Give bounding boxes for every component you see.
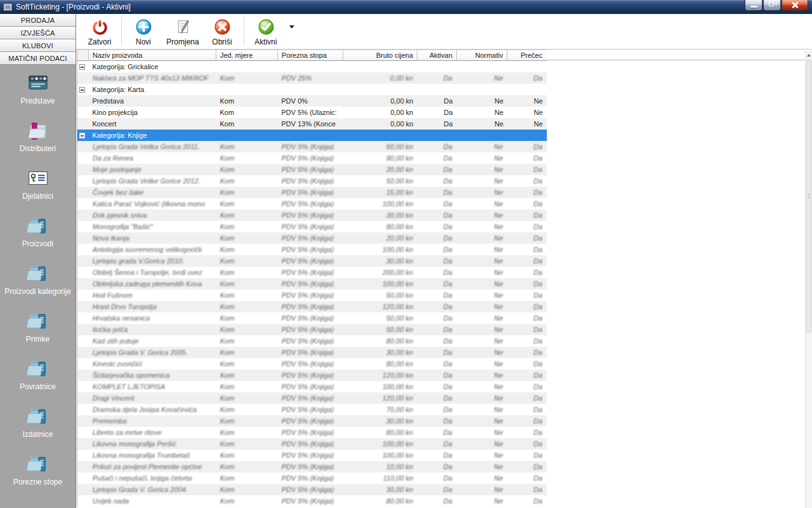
product-row[interactable]: Pušači i nepušači, knjiga četvrtaKomPDV … bbox=[77, 472, 547, 484]
product-row[interactable]: KOMPLET LJETOPISAKomPDV 5% (Knjiga)100,0… bbox=[77, 381, 547, 392]
shows-icon bbox=[26, 70, 50, 95]
product-row[interactable]: Obitelj Šenoa i Turopolje, tvrdi uvezKom… bbox=[77, 267, 547, 278]
product-row[interactable]: Kino projekcijaKomPDV 5% (Ulaznic:0,00 k… bbox=[77, 107, 547, 118]
tax-cell: PDV 5% (Knjiga) bbox=[278, 175, 343, 187]
column-header-aktivan[interactable]: Aktivan bbox=[417, 50, 457, 61]
tax-cell: PDV 5% (Knjiga) bbox=[278, 198, 343, 210]
category-row-selected[interactable]: Kategorija: Knjige bbox=[77, 130, 547, 141]
product-row[interactable]: Uvijek nadaKomPDV 5% (Knjiga)80,00 knDaN… bbox=[77, 495, 547, 507]
product-row[interactable]: Ljetopis grada V.Gorica 2010.KomPDV 5% (… bbox=[77, 255, 547, 267]
row-gutter bbox=[77, 232, 89, 244]
product-row[interactable]: Hod FušnomKomPDV 5% (Knjiga)50,00 knDaNe… bbox=[77, 290, 547, 301]
column-header-naziv[interactable]: Naziv proizvoda bbox=[89, 50, 216, 61]
sidebar-item-povratnice[interactable]: Povratnice bbox=[0, 356, 75, 404]
product-row[interactable]: Likovna monografija TrumbetašKomPDV 5% (… bbox=[77, 450, 547, 461]
product-row[interactable]: Likovna monografija PeršićKomPDV 5% (Knj… bbox=[77, 438, 547, 450]
vertical-scrollbar[interactable] bbox=[805, 51, 812, 508]
collapse-minus-icon[interactable] bbox=[79, 87, 85, 93]
tax-cell: PDV 5% (Knjiga) bbox=[278, 450, 343, 461]
tax-cell: PDV 5% (Knjiga) bbox=[278, 495, 343, 507]
main-panel: Zatvori Novi Promjena Obriši Aktivni bbox=[76, 14, 812, 508]
scroll-up-icon[interactable] bbox=[806, 52, 812, 58]
sidebar-item-proizvodi[interactable]: Proizvodi bbox=[0, 213, 75, 261]
column-header-jed-mjere[interactable]: Jed. mjere bbox=[216, 50, 278, 61]
sidebar-item-predstave[interactable]: Predstave bbox=[0, 70, 75, 118]
sidebar-item-porezne-stope[interactable]: Porezne stope bbox=[0, 451, 75, 499]
product-row[interactable]: Obiteljska zadruga plemenitih KovaKomPDV… bbox=[77, 278, 547, 290]
folder-docs-icon bbox=[26, 261, 50, 285]
product-row[interactable]: Iločka pričaKomPDV 5% (Knjiga)50,00 knDa… bbox=[77, 324, 547, 335]
product-row[interactable]: Naklara za MOP TTS 40x13 MIKROFKomPDV 25… bbox=[77, 72, 547, 84]
sidebar-item-izdatnice[interactable]: Izdatnice bbox=[0, 404, 75, 451]
product-row[interactable]: Kad stih putujeKomPDV 5% (Knjiga)80,00 k… bbox=[77, 335, 547, 347]
product-row[interactable]: Dragi VincentKomPDV 5% (Knjiga)120,00 kn… bbox=[77, 392, 547, 404]
scrollbar-thumb[interactable] bbox=[806, 60, 811, 333]
product-row[interactable]: PredstavaKomPDV 0%0,00 knDaNeNe bbox=[77, 95, 547, 107]
category-row[interactable]: Kategorija: Karta bbox=[77, 84, 547, 95]
price-cell: 30,00 kn bbox=[343, 415, 417, 427]
sidebar-section-prodaja[interactable]: PRODAJA bbox=[0, 14, 75, 27]
shortcut-cell: Da bbox=[508, 141, 547, 152]
column-header-porezna-stopa[interactable]: Porezna stopa bbox=[278, 50, 343, 61]
product-row[interactable]: Dok pjesnik snivaKomPDV 5% (Knjiga)30,00… bbox=[77, 210, 547, 221]
sidebar-item-proizvodi-kategorije[interactable]: Proizvodi kategorije bbox=[0, 261, 75, 309]
product-row[interactable]: Ljetopis Grada Velika Gorica 2011.KomPDV… bbox=[77, 141, 547, 152]
product-row[interactable]: Ljetopis Grada Velike Gorice 2012.KomPDV… bbox=[77, 175, 547, 187]
sidebar-section-klubovi[interactable]: KLUBOVI bbox=[0, 39, 75, 52]
product-row[interactable]: Antologija suvremenog velikogoričkKomPDV… bbox=[77, 244, 547, 255]
normativ-cell: Ne bbox=[457, 141, 508, 152]
normativ-cell: Ne bbox=[457, 427, 508, 438]
product-row[interactable]: Kineski zvončićiKomPDV 5% (Knjiga)80,00 … bbox=[77, 358, 547, 370]
active-cell: Da bbox=[417, 290, 457, 301]
column-header-normativ[interactable]: Normativ bbox=[457, 50, 508, 61]
product-table-area: Naziv proizvoda Jed. mjere Porezna stopa… bbox=[76, 50, 812, 508]
product-row[interactable]: Dramska djela Josipa KovačevićaKomPDV 5%… bbox=[77, 404, 547, 415]
folder-docs-icon bbox=[26, 404, 50, 428]
row-gutter bbox=[77, 312, 89, 324]
product-row[interactable]: Hrast Drvo TuropoljaKomPDV 5% (Knjiga)12… bbox=[77, 301, 547, 312]
product-row[interactable]: PremembaKomPDV 5% (Knjiga)30,00 knDaNeDa bbox=[77, 415, 547, 427]
product-row[interactable]: Da za ReneaKomPDV 5% (Knjiga)90,00 knDaN… bbox=[77, 152, 547, 164]
sidebar-section-izvjesca[interactable]: IZVJEŠĆA bbox=[0, 27, 75, 39]
product-row[interactable]: Libreto za mrtve ritoveKomPDV 5% (Knjiga… bbox=[77, 427, 547, 438]
column-header-precec[interactable]: Prečec bbox=[508, 50, 547, 61]
product-row[interactable]: Šćitarjevačka spomenicaKomPDV 5% (Knjiga… bbox=[77, 370, 547, 381]
product-row[interactable]: Ljetopis Grada V. Gorica 2004.KomPDV 5% … bbox=[77, 484, 547, 495]
product-row[interactable]: Hrvatska nesanicaKomPDV 5% (Knjiga)50,00… bbox=[77, 312, 547, 324]
collapse-minus-icon[interactable] bbox=[79, 64, 85, 70]
product-row[interactable]: Moje postojanjeKomPDV 5% (Knjiga)20,00 k… bbox=[77, 164, 547, 175]
toolbar-button-label: Novi bbox=[136, 37, 151, 46]
product-row[interactable]: Katica Parać Vojković (likovna monoKomPD… bbox=[77, 198, 547, 210]
sidebar-item-primke[interactable]: Primke bbox=[0, 309, 75, 356]
close-view-button[interactable]: Zatvori bbox=[80, 14, 119, 49]
normativ-cell: Ne bbox=[457, 312, 508, 324]
product-name-cell: Hrast Drvo Turopolja bbox=[89, 301, 216, 312]
category-row[interactable]: Kategorija: Grickalice bbox=[77, 61, 547, 72]
column-header-bruto-cijena[interactable]: Bruto cijena bbox=[343, 50, 417, 61]
edit-button[interactable]: Promjena bbox=[163, 14, 202, 49]
price-cell: 0,00 kn bbox=[343, 107, 417, 118]
product-row[interactable]: KoncertKomPDV 13% (Konce0,00 knDaNeNe bbox=[77, 118, 547, 130]
tax-cell: PDV 5% (Knjiga) bbox=[278, 415, 343, 427]
sidebar-item-distributeri[interactable]: Distributeri bbox=[0, 118, 75, 166]
normativ-cell: Ne bbox=[457, 370, 508, 381]
active-filter-dropdown[interactable] bbox=[285, 14, 298, 49]
product-row[interactable]: Nova tkanjaKomPDV 5% (Knjiga)20,00 knDaN… bbox=[77, 232, 547, 244]
product-row[interactable]: Prilozi za povijest Plemenite općineKomP… bbox=[77, 461, 547, 472]
collapse-minus-icon[interactable] bbox=[79, 133, 85, 138]
minimize-button[interactable] bbox=[745, 0, 763, 11]
normativ-cell: Ne bbox=[457, 198, 508, 210]
product-row[interactable]: Monografija "Bašić"KomPDV 5% (Knjiga)80,… bbox=[77, 221, 547, 232]
product-row[interactable]: Ljetopis Grada V. Gorica 2005.KomPDV 5% … bbox=[77, 347, 547, 358]
delete-button[interactable]: Obriši bbox=[202, 14, 242, 49]
close-button[interactable] bbox=[782, 0, 808, 11]
new-button[interactable]: Novi bbox=[124, 14, 163, 49]
active-cell: Da bbox=[417, 495, 457, 507]
shortcut-cell: Da bbox=[508, 381, 547, 392]
restore-button[interactable] bbox=[763, 0, 781, 11]
active-filter-button[interactable]: Aktivni bbox=[246, 14, 285, 49]
sidebar-item-djelatnici[interactable]: Djelatnici bbox=[0, 166, 75, 213]
product-row[interactable]: Čovjek bez šakeKomPDV 5% (Knjiga)15,00 k… bbox=[77, 187, 547, 198]
unit-cell: Kom bbox=[216, 232, 278, 244]
sidebar-section-maticni-podaci[interactable]: MATIČNI PODACI bbox=[0, 52, 75, 65]
